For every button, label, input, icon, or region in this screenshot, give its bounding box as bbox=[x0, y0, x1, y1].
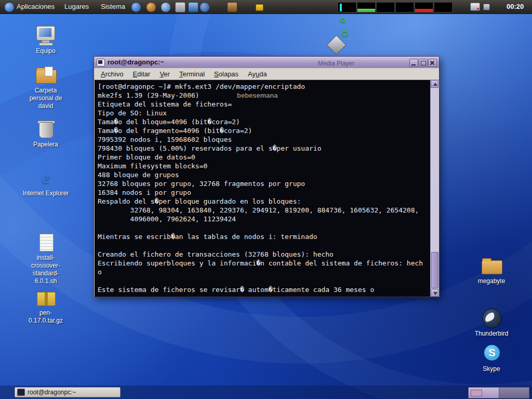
icon-label: Carpeta personal de bbox=[22, 87, 69, 102]
icon-label: megabyte bbox=[468, 277, 515, 285]
desktop-icon-media-player[interactable] bbox=[313, 35, 360, 57]
terminal-menu-item[interactable]: Archivo bbox=[96, 69, 128, 79]
desktop-icon-internet-explorer[interactable]: e Internet Explorer bbox=[22, 168, 69, 197]
icon-label: Papelera bbox=[22, 141, 69, 149]
desktop-icon-megabyte[interactable]: megabyte bbox=[468, 256, 515, 285]
tray-monitor-4[interactable] bbox=[395, 2, 414, 12]
desktop-icon-pen-targz[interactable]: pen-0.17.0.tar.gz bbox=[22, 288, 69, 325]
terminal-menu-item[interactable]: Ver bbox=[155, 69, 175, 79]
terminal-line: 488 bloque de grupos bbox=[98, 170, 431, 179]
desktop-icon-install-crossover[interactable]: install-crossover- standard-6.0.1.sh bbox=[22, 233, 69, 285]
status-led bbox=[477, 8, 479, 10]
terminal-line: 32768 bloques por grupo, 32768 fragmento… bbox=[98, 179, 431, 188]
scrollbar-thumb[interactable] bbox=[431, 252, 438, 288]
bottom-panel: root@dragonpc:~ bbox=[0, 385, 532, 399]
desktop-icon-papelera[interactable]: Papelera bbox=[22, 119, 69, 149]
chat-icon[interactable] bbox=[161, 2, 171, 12]
terminal-line: Etiqueta del sistema de ficheros= bbox=[98, 100, 431, 109]
terminal-menubar: ArchivoEditarVerTerminalSolapasAyuda bbox=[94, 68, 439, 80]
terminal-line: 16384 nodos i por grupo bbox=[98, 188, 431, 197]
terminal-line: Este sistema de ficheros se revisar� aut… bbox=[98, 285, 431, 294]
terminal-line: [root@dragonpc ~]# mkfs.ext3 /dev/mapper… bbox=[98, 82, 431, 91]
terminal-launcher-icon[interactable] bbox=[200, 2, 210, 12]
terminal-line: Primer bloque de datos=0 bbox=[98, 153, 431, 162]
icon-label: standard-6.0.1.sh bbox=[22, 270, 69, 285]
terminal-line: o bbox=[98, 268, 431, 276]
desktop-icon-thunderbird[interactable]: Thunderbird bbox=[468, 309, 515, 338]
globe-icon[interactable] bbox=[146, 2, 156, 12]
terminal-line: mke2fs 1.39 (29-May-2006) bbox=[98, 91, 431, 100]
task-label: root@dragonpc:~ bbox=[28, 389, 76, 396]
web-browser-icon[interactable] bbox=[131, 2, 141, 12]
menu-lugares[interactable]: Lugares bbox=[61, 0, 92, 14]
menu-sistema[interactable]: Sistema bbox=[98, 0, 128, 14]
workspace-1[interactable] bbox=[469, 388, 499, 398]
network-monitor-icon[interactable] bbox=[470, 3, 480, 11]
terminal-menu-item[interactable]: Solapas bbox=[209, 69, 243, 79]
workspace-window-thumb bbox=[471, 390, 482, 396]
monitor-bar bbox=[415, 9, 433, 12]
thunderbird-icon bbox=[480, 309, 503, 328]
close-button[interactable] bbox=[428, 59, 437, 67]
monitor-bar bbox=[340, 4, 342, 11]
internet-explorer-icon: e bbox=[34, 168, 57, 188]
icon-label: Thunderbird bbox=[468, 330, 515, 338]
terminal-line: Tama�o del bloque=4096 (bit�cora=2) bbox=[98, 117, 431, 126]
maximize-button[interactable] bbox=[419, 59, 428, 67]
terminal-menu-item[interactable]: Editar bbox=[128, 69, 155, 79]
volume-icon[interactable] bbox=[483, 4, 490, 10]
workspace-2[interactable] bbox=[499, 388, 529, 398]
computer-icon bbox=[34, 26, 57, 46]
terminal-line: Tipo de SO: Linux bbox=[98, 109, 431, 117]
skype-icon: S bbox=[480, 344, 503, 364]
trash-icon bbox=[34, 119, 57, 139]
terminal-line bbox=[98, 276, 431, 285]
display-icon[interactable] bbox=[188, 2, 198, 12]
terminal-output[interactable]: [root@dragonpc ~]# mkfs.ext3 /dev/mapper… bbox=[95, 80, 431, 297]
camera-icon[interactable] bbox=[175, 2, 185, 12]
desktop-icon-equipo[interactable]: Equipo bbox=[22, 26, 69, 55]
terminal-line: Maximum filesystem blocks=0 bbox=[98, 162, 431, 170]
scroll-up-button[interactable] bbox=[431, 80, 438, 88]
script-file-icon bbox=[34, 233, 57, 252]
terminal-line: 32768, 98304, 163840, 229376, 294912, 81… bbox=[98, 206, 431, 215]
terminal-line bbox=[98, 223, 431, 232]
clock[interactable]: 00:20 bbox=[507, 0, 524, 14]
refresh-icon[interactable]: ♻ bbox=[339, 16, 346, 25]
icon-label: david bbox=[22, 102, 69, 110]
tray-monitor-5[interactable] bbox=[415, 2, 433, 12]
home-folder-icon bbox=[34, 65, 57, 85]
window-terminal-icon bbox=[97, 59, 105, 66]
terminal-line: 7995392 nodos i, 15968602 bloques bbox=[98, 135, 431, 144]
terminal-menu-item[interactable]: Ayuda bbox=[243, 69, 272, 79]
terminal-line: Creando el fichero de transacciones (327… bbox=[98, 250, 431, 259]
media-player-icon bbox=[325, 35, 348, 55]
padlock-icon[interactable] bbox=[256, 4, 263, 11]
scroll-down-button[interactable] bbox=[431, 289, 438, 297]
distro-menu-icon[interactable] bbox=[4, 2, 15, 12]
workspace-switcher bbox=[468, 387, 529, 398]
minimize-button[interactable] bbox=[409, 59, 418, 67]
taskbar-button-terminal[interactable]: root@dragonpc:~ bbox=[15, 387, 121, 397]
package-icon[interactable] bbox=[227, 2, 237, 12]
icon-label: Equipo bbox=[22, 47, 69, 55]
window-titlebar[interactable]: root@dragonpc:~ bbox=[94, 57, 439, 69]
terminal-line: 798430 bloques (5.00%) reservados para e… bbox=[98, 144, 431, 153]
archive-icon bbox=[34, 288, 57, 308]
icon-label: Internet Explorer bbox=[22, 190, 69, 197]
terminal-icon bbox=[17, 389, 25, 396]
terminal-menu-item[interactable]: Terminal bbox=[175, 69, 209, 79]
desktop-icon-skype[interactable]: S Skype bbox=[468, 344, 515, 373]
desktop-icon-carpeta-personal[interactable]: Carpeta personal de david bbox=[22, 65, 69, 110]
tray-monitor-2[interactable] bbox=[357, 2, 376, 12]
terminal-scrollbar[interactable] bbox=[430, 80, 438, 297]
terminal-line: Tama�o del fragmento=4096 (bit�cora=2) bbox=[98, 126, 431, 135]
terminal-window: root@dragonpc:~ ArchivoEditarVerTerminal… bbox=[94, 56, 440, 297]
icon-label: install-crossover- bbox=[22, 254, 69, 270]
window-title: root@dragonpc:~ bbox=[108, 57, 164, 68]
tray-monitor-6[interactable] bbox=[434, 2, 453, 12]
tray-monitor-3[interactable] bbox=[376, 2, 395, 12]
tray-monitor-1[interactable] bbox=[338, 2, 356, 12]
icon-label: pen-0.17.0.tar.gz bbox=[22, 309, 69, 325]
menu-aplicaciones[interactable]: Aplicaciones bbox=[14, 0, 58, 14]
